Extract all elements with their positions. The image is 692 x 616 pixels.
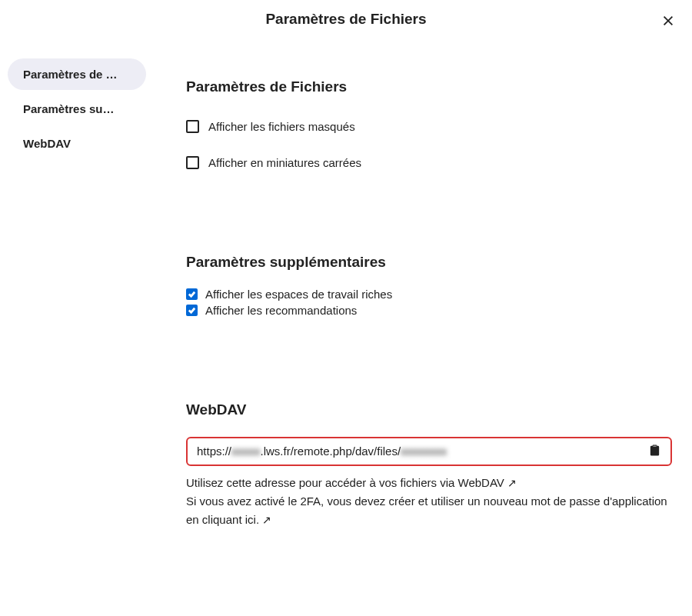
section-webdav: WebDAV https://xxxxx.lws.fr/remote.php/d… (186, 401, 672, 529)
checkbox-label: Afficher en miniatures carrées (208, 156, 361, 169)
clipboard-icon (648, 444, 661, 457)
webdav-address-link[interactable]: Utilisez cette adresse pour accéder à vo… (186, 476, 517, 489)
files-settings-modal: Paramètres de Fichiers Paramètres de … P… (0, 0, 692, 616)
sidebar-item-label: Paramètres de … (23, 68, 118, 81)
webdav-url-hidden: xxxxx (231, 445, 261, 458)
webdav-app-password-link[interactable]: en cliquant ici. ↗ (186, 513, 271, 526)
modal-body: Paramètres de … Paramètres su… WebDAV Pa… (0, 35, 692, 616)
sidebar-item-additional[interactable]: Paramètres su… (8, 93, 146, 125)
webdav-2fa-text: Si vous avez activé le 2FA, vous devez c… (186, 492, 672, 529)
webdav-url-field[interactable]: https://xxxxx.lws.fr/remote.php/dav/file… (186, 437, 672, 466)
settings-content: Paramètres de Fichiers Afficher les fich… (154, 58, 692, 616)
checkbox-label: Afficher les recommandations (205, 304, 357, 317)
sidebar-item-label: Paramètres su… (23, 102, 114, 115)
option-rich-workspaces[interactable]: Afficher les espaces de travail riches (186, 288, 672, 301)
checkbox-unchecked-icon (186, 120, 199, 133)
close-icon (661, 14, 675, 28)
webdav-help-text: Utilisez cette adresse pour accéder à vo… (186, 474, 672, 492)
copy-button[interactable] (647, 442, 663, 461)
webdav-url-part: https:// (197, 445, 231, 458)
section-title: WebDAV (186, 401, 672, 418)
external-link-icon: ↗ (507, 477, 517, 489)
sidebar-item-files[interactable]: Paramètres de … (8, 58, 146, 90)
section-title: Paramètres supplémentaires (186, 254, 672, 271)
modal-header: Paramètres de Fichiers (0, 0, 692, 35)
checkbox-checked-icon (186, 305, 198, 316)
webdav-url-hidden: xxxxxxxx (401, 445, 447, 458)
checkbox-checked-icon (186, 288, 198, 300)
sidebar-item-label: WebDAV (23, 137, 71, 150)
checkbox-label: Afficher les espaces de travail riches (205, 288, 392, 301)
webdav-url-part: .lws.fr/remote.php/dav/files/ (261, 445, 401, 458)
modal-title: Paramètres de Fichiers (265, 11, 426, 28)
option-recommendations[interactable]: Afficher les recommandations (186, 304, 672, 317)
option-show-hidden-files[interactable]: Afficher les fichiers masqués (186, 120, 672, 133)
section-title: Paramètres de Fichiers (186, 78, 672, 95)
settings-sidebar: Paramètres de … Paramètres su… WebDAV (0, 58, 154, 616)
sidebar-item-webdav[interactable]: WebDAV (8, 128, 146, 159)
close-button[interactable] (658, 11, 678, 31)
option-square-thumbnails[interactable]: Afficher en miniatures carrées (186, 156, 672, 169)
section-files-settings: Paramètres de Fichiers Afficher les fich… (186, 78, 672, 169)
external-link-icon: ↗ (262, 514, 271, 526)
checkbox-unchecked-icon (186, 156, 199, 169)
checkbox-label: Afficher les fichiers masqués (208, 120, 355, 133)
section-additional-settings: Paramètres supplémentaires Afficher les … (186, 254, 672, 317)
